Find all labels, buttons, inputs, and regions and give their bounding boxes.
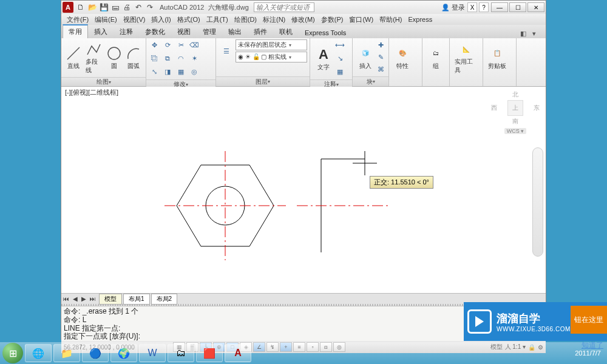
tab-parametric[interactable]: 参数化 (139, 25, 171, 38)
move-icon[interactable]: ✥ (149, 39, 160, 50)
sheet-model[interactable]: 模型 (99, 294, 122, 305)
layer-state-combo[interactable]: 未保存的图层状态 (236, 39, 307, 50)
tab-view[interactable]: 视图 (171, 25, 197, 38)
scale-icon[interactable]: ◨ (162, 66, 173, 77)
qat-open-icon[interactable]: 📂 (87, 2, 97, 12)
menu-help[interactable]: 帮助(H) (376, 15, 405, 24)
menu-format[interactable]: 格式(O) (174, 15, 203, 24)
polyline-button[interactable]: 多段线 (83, 39, 104, 76)
edit-block-icon[interactable]: ✎ (375, 52, 386, 63)
task-explorer-icon[interactable]: 📁 (53, 344, 80, 362)
sheet-layout1[interactable]: 布局1 (123, 294, 150, 305)
panel-title-layer[interactable]: 图层 (216, 76, 310, 86)
explode-icon[interactable]: ✶ (189, 53, 200, 64)
dynamic-input-tooltip: 正交: 11.5510 < 0° (370, 176, 433, 189)
ribbon-help-icon[interactable]: ▾ (532, 30, 541, 38)
viewport-label[interactable]: [-][俯视][二维线框] (65, 88, 118, 97)
attr-icon[interactable]: ⌘ (375, 64, 386, 75)
panel-title-block[interactable]: 块 (353, 76, 388, 86)
tab-online[interactable]: 联机 (273, 25, 299, 38)
offset-icon[interactable]: ◎ (189, 66, 200, 77)
qat-new-icon[interactable]: 🗋 (76, 2, 86, 12)
table-icon[interactable]: ▦ (334, 66, 345, 77)
start-button[interactable] (2, 343, 23, 363)
leader-icon[interactable]: ↘ (334, 53, 345, 64)
layer-props-icon[interactable]: ☰ (219, 43, 234, 59)
arc-button[interactable]: 圆弧 (124, 44, 143, 72)
qat-undo-icon[interactable]: ↶ (134, 2, 143, 12)
task-autocad-icon[interactable]: A (225, 344, 251, 362)
windows-taskbar: 🌐 📁 🔵 🌍 W 🗂 🟥 A 2011/7/7 (0, 342, 607, 364)
menu-edit[interactable]: 编辑(E) (92, 15, 120, 24)
app-title: AutoCAD 2012 六角螺母.dwg (160, 3, 249, 12)
qat-save-icon[interactable]: 💾 (99, 2, 109, 12)
exchange-icon[interactable]: X (467, 2, 477, 12)
wcs-label[interactable]: WCS ▾ (504, 128, 527, 134)
tab-manage[interactable]: 管理 (197, 25, 222, 38)
stretch-icon[interactable]: ⤡ (149, 66, 160, 77)
drawing-area[interactable]: [-][俯视][二维线框] 北 西上东 南 WCS ▾ (61, 87, 546, 293)
sheet-next-icon[interactable]: ▶ (80, 295, 88, 302)
rotate-icon[interactable]: ⟳ (162, 39, 173, 50)
svg-point-1 (108, 47, 120, 59)
clipboard-button[interactable]: 📋剪贴板 (486, 44, 509, 72)
sheet-prev-icon[interactable]: ◀ (71, 295, 80, 302)
close-button[interactable]: ✕ (527, 2, 544, 12)
text-button[interactable]: A文字 (313, 45, 334, 73)
menu-tools[interactable]: 工具(T) (203, 15, 231, 24)
copy-icon[interactable]: ⿻ (149, 53, 160, 64)
line-button[interactable]: 直线 (64, 44, 83, 72)
sheet-first-icon[interactable]: ⏮ (61, 295, 71, 302)
qat-saveas-icon[interactable]: 🖴 (110, 2, 120, 12)
task-word-icon[interactable]: W (139, 344, 166, 362)
properties-button[interactable]: 🎨特性 (392, 44, 413, 72)
create-block-icon[interactable]: ✚ (375, 40, 386, 51)
dim-linear-icon[interactable]: ⟷ (334, 39, 345, 50)
menu-modify[interactable]: 修改(M) (288, 15, 318, 24)
current-layer-combo[interactable]: ◉ ☀ 🔓 ▢ 粗实线 (236, 52, 307, 62)
tab-home[interactable]: 常用 (63, 24, 88, 38)
group-button[interactable]: 🗂组 (425, 44, 447, 72)
app-logo[interactable]: A (63, 2, 73, 13)
qat-redo-icon[interactable]: ↷ (145, 2, 155, 12)
panel-title-draw[interactable]: 绘图 (61, 77, 146, 86)
circle-button[interactable]: 圆 (104, 44, 123, 72)
login-link[interactable]: 👤 登录 (441, 3, 465, 12)
ribbon-appearance-icon[interactable]: ◧ (520, 30, 529, 38)
trim-icon[interactable]: ✂ (175, 39, 186, 50)
tray-clock[interactable]: 2011/7/7 (575, 349, 605, 357)
help-search-input[interactable] (254, 2, 314, 12)
menu-view[interactable]: 视图(V) (120, 15, 149, 24)
erase-icon[interactable]: ⌫ (189, 39, 200, 50)
mirror-icon[interactable]: ⧉ (162, 53, 173, 64)
array-icon[interactable]: ▦ (175, 66, 186, 77)
menu-insert[interactable]: 插入(I) (148, 15, 174, 24)
task-media-icon[interactable]: 🔵 (82, 344, 109, 362)
tab-express[interactable]: Express Tools (299, 27, 352, 38)
menu-window[interactable]: 窗口(W) (346, 15, 376, 24)
menu-draw[interactable]: 绘图(D) (231, 15, 260, 24)
menu-dim[interactable]: 标注(N) (260, 15, 288, 24)
task-browser-icon[interactable]: 🌍 (110, 344, 137, 362)
task-folder-icon[interactable]: 🗂 (168, 344, 194, 362)
fillet-icon[interactable]: ◠ (175, 53, 186, 64)
menu-param[interactable]: 参数(P) (318, 15, 347, 24)
menu-express[interactable]: Express (405, 16, 435, 23)
tab-output[interactable]: 输出 (222, 25, 248, 38)
maximize-button[interactable]: ☐ (509, 2, 526, 12)
minimize-button[interactable]: — (491, 2, 508, 12)
navigation-bar[interactable] (532, 147, 543, 257)
tab-annotate[interactable]: 注释 (114, 25, 139, 38)
task-ie-icon[interactable]: 🌐 (25, 344, 52, 362)
qat-print-icon[interactable]: 🖨 (122, 2, 132, 12)
utilities-button[interactable]: 📐实用工具 (452, 39, 480, 76)
view-cube[interactable]: 北 西上东 南 WCS ▾ (491, 90, 540, 134)
menu-file[interactable]: 文件(F) (64, 15, 92, 24)
sheet-layout2[interactable]: 布局2 (151, 294, 178, 305)
sheet-last-icon[interactable]: ⏭ (88, 295, 98, 302)
tab-insert[interactable]: 插入 (88, 25, 114, 38)
tab-plugins[interactable]: 插件 (248, 25, 273, 38)
help-icon[interactable]: ? (479, 2, 489, 12)
task-app1-icon[interactable]: 🟥 (196, 344, 223, 362)
insert-block-button[interactable]: 🧊插入 (355, 44, 375, 72)
